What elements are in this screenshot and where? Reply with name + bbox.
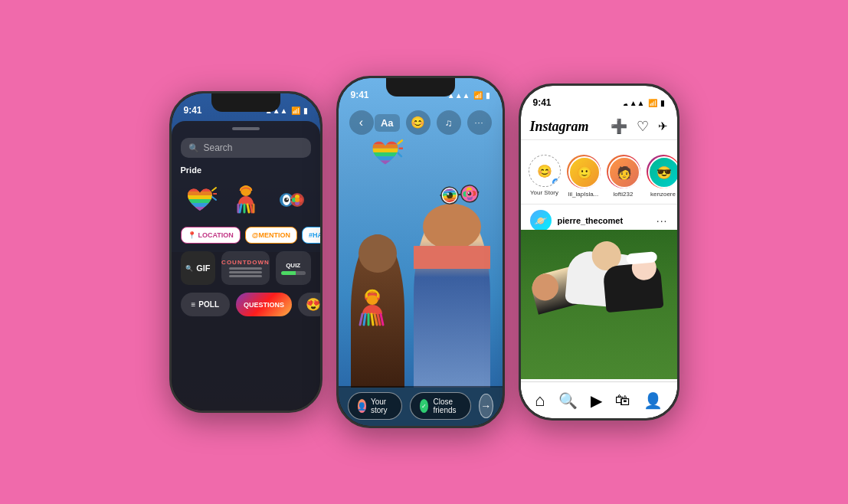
sticker-eye-flower[interactable] — [273, 181, 311, 219]
section-label-pride: Pride — [181, 165, 311, 175]
svg-rect-5 — [188, 207, 212, 213]
add-post-icon[interactable]: ➕ — [611, 118, 627, 135]
reels-nav-icon[interactable]: ▶ — [591, 391, 602, 410]
quiz-widget[interactable]: QUIZ — [276, 251, 311, 285]
phone-instagram-feed: 9:41 ▲▲▲ 📶 ▮ Instagram ➕ ♡ ✈ — [519, 83, 679, 421]
phone-sticker-picker: 9:41 ▲▲▲ 📶 ▮ 🔍 Search Pride — [169, 91, 323, 413]
notch1 — [211, 93, 280, 112]
text-tool[interactable]: Aa — [375, 114, 400, 132]
rainbow-heart-sticker[interactable] — [368, 136, 403, 177]
status-icons2: ▲▲▲ 📶 ▮ — [447, 91, 490, 100]
story-name-3: lofti232 — [614, 191, 634, 198]
search-nav-icon[interactable]: 🔍 — [558, 391, 578, 410]
text-tool-label: Aa — [381, 117, 394, 129]
svg-line-8 — [212, 197, 216, 200]
tag-mention[interactable]: @MENTION — [245, 227, 297, 244]
stories-row: 😊 + Your Story 🙂 lil_lapIsla... 🧑 — [521, 149, 677, 205]
search-icon: 🔍 — [188, 143, 199, 153]
status-time3: 9:41 — [533, 97, 552, 108]
battery-icon: ▮ — [303, 106, 308, 115]
home-nav-icon[interactable]: ⌂ — [535, 391, 545, 411]
ig-header-icons: ➕ ♡ ✈ — [611, 118, 668, 135]
poll-sticker[interactable]: ≡ POLL — [181, 293, 231, 316]
location-label: LOCATION — [198, 231, 234, 239]
your-story-circle[interactable]: 😊 + Your Story — [529, 155, 561, 198]
poll-icon: ≡ — [192, 300, 196, 309]
gif-widget[interactable]: 🔍 GIF — [181, 251, 216, 285]
close-friends-button[interactable]: ✓ Close friends — [410, 392, 471, 420]
your-story-button[interactable]: 👤 Your story — [348, 392, 403, 420]
quiz-label: QUIZ — [286, 262, 300, 269]
notch3 — [565, 86, 634, 104]
countdown-line3 — [229, 275, 263, 277]
svg-rect-0 — [188, 188, 212, 191]
story-name-4: kenzoere — [650, 191, 676, 198]
notch2 — [386, 78, 455, 97]
back-button[interactable]: ‹ — [349, 110, 374, 135]
search-gif-icon: 🔍 — [185, 265, 193, 272]
svg-line-28 — [398, 140, 401, 143]
publish-arrow-button[interactable]: → — [479, 394, 493, 418]
more-tool[interactable]: ··· — [467, 110, 492, 135]
sticker-tool[interactable]: 😊 — [406, 110, 431, 135]
profile-nav-icon[interactable]: 👤 — [643, 391, 663, 410]
svg-rect-23 — [372, 145, 398, 149]
sticker-row-pride — [181, 181, 311, 219]
story-circle-2[interactable]: 🙂 lil_lapIsla... — [567, 155, 601, 198]
story-name-2: lil_lapIsla... — [568, 191, 599, 198]
countdown-label: COUNTDOWN — [221, 259, 270, 266]
sunglasses-sticker[interactable] — [438, 176, 481, 214]
slider-sticker[interactable]: 😍 — [298, 293, 319, 316]
tag-location[interactable]: 📍 LOCATION — [181, 227, 241, 244]
person3-body — [602, 262, 663, 313]
tag-hashtag[interactable]: #HASHTAG — [302, 227, 319, 244]
shop-nav-icon[interactable]: 🛍 — [615, 391, 630, 409]
status-time2: 9:41 — [351, 90, 369, 100]
search-bar[interactable]: 🔍 Search — [181, 138, 311, 158]
countdown-lines — [229, 267, 263, 277]
phone3-screen: 9:41 ▲▲▲ 📶 ▮ Instagram ➕ ♡ ✈ — [521, 86, 677, 418]
sticker-rainbow-heart[interactable] — [181, 181, 219, 219]
post-username[interactable]: pierre_thecomet — [558, 216, 650, 225]
music-tool[interactable]: ♫ — [437, 110, 461, 135]
music-icon: ♫ — [445, 117, 453, 129]
countdown-line1 — [229, 267, 263, 270]
your-story-avatar: 👤 — [358, 399, 366, 413]
battery-icon2: ▮ — [486, 91, 490, 100]
sticker-pride-figure[interactable] — [227, 181, 265, 219]
your-story-name: Your Story — [530, 189, 558, 196]
svg-rect-2 — [188, 195, 212, 199]
phone2-screen: 9:41 ▲▲▲ 📶 ▮ ‹ Aa 😊 — [339, 78, 503, 426]
your-story-avatar-ig: 😊 + — [529, 155, 561, 187]
svg-rect-4 — [188, 203, 212, 207]
gif-label: GIF — [196, 263, 210, 273]
heart-icon[interactable]: ♡ — [637, 118, 649, 135]
post-avatar-emoji: 🪐 — [534, 214, 547, 227]
status-time1: 9:41 — [184, 105, 202, 116]
svg-line-6 — [212, 188, 216, 191]
story-avatar-4: 😎 — [648, 156, 677, 188]
poll-label: POLL — [198, 300, 219, 309]
person-right-figure — [414, 204, 490, 388]
svg-point-21 — [295, 198, 300, 202]
story-circle-4[interactable]: 😎 kenzoere — [647, 155, 677, 198]
close-friends-label: Close friends — [433, 398, 461, 414]
drag-handle[interactable] — [232, 127, 260, 130]
sticker-panel: 🔍 Search Pride — [172, 121, 320, 411]
story-bottom-bar: 👤 Your story ✓ Close friends → — [339, 386, 503, 426]
messenger-icon[interactable]: ✈ — [658, 119, 668, 133]
phone1-screen: 9:41 ▲▲▲ 📶 ▮ 🔍 Search Pride — [172, 93, 320, 411]
questions-sticker[interactable]: QUESTIONS — [236, 293, 292, 316]
svg-rect-27 — [372, 160, 398, 166]
bottom-row: ≡ POLL QUESTIONS 😍 — [181, 293, 311, 316]
back-icon: ‹ — [359, 116, 363, 129]
phone-story-camera: 9:41 ▲▲▲ 📶 ▮ ‹ Aa 😊 — [336, 76, 505, 428]
pride-bottom-sticker[interactable] — [352, 286, 392, 334]
post-more-button[interactable]: ··· — [656, 214, 668, 227]
svg-line-30 — [398, 153, 401, 156]
countdown-widget[interactable]: COUNTDOWN — [221, 251, 270, 285]
quiz-bar — [281, 271, 306, 275]
instagram-logo: Instagram — [530, 119, 589, 135]
story-circle-3[interactable]: 🧑 lofti232 — [607, 155, 640, 198]
feed-photo-inner — [521, 230, 677, 379]
